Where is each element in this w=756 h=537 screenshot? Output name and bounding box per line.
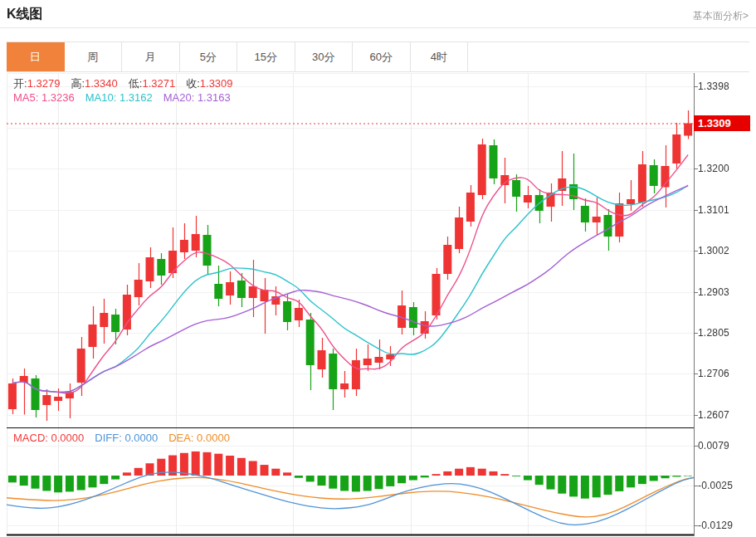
macd-legend-item: DIFF: 0.0000 xyxy=(95,432,158,444)
tab-月[interactable]: 月 xyxy=(122,42,180,71)
header-divider xyxy=(0,27,756,28)
ma-legend-item: MA5: 1.3236 xyxy=(13,91,75,104)
ohlc-legend-item: 高:1.3340 xyxy=(71,77,117,90)
main-y-axis-label: 1.2607 xyxy=(698,409,729,421)
tab-5分[interactable]: 5分 xyxy=(180,42,238,71)
ma-legend-item: MA10: 1.3162 xyxy=(85,91,153,104)
tab-日[interactable]: 日 xyxy=(7,42,65,71)
main-y-axis-label: 1.3200 xyxy=(698,163,729,174)
macd-y-axis-label: -0.0025 xyxy=(698,480,733,491)
ohlc-legend-item: 收:1.3309 xyxy=(186,77,232,90)
ohlc-legend-item: 开:1.3279 xyxy=(13,77,60,90)
macd-y-axis-label: 0.0079 xyxy=(698,440,729,452)
tab-周[interactable]: 周 xyxy=(65,42,123,71)
tab-4时[interactable]: 4时 xyxy=(411,42,469,71)
macd-legend-item: MACD: 0.0000 xyxy=(13,432,84,444)
ma-legend-item: MA20: 1.3163 xyxy=(163,91,231,104)
main-y-axis-label: 1.3398 xyxy=(698,81,729,92)
main-y-axis-label: 1.3101 xyxy=(698,204,729,216)
ohlc-legend-item: 低:1.3271 xyxy=(129,77,175,90)
kline-widget-page: { "header": {"title": "K线图", "link": "基本… xyxy=(0,0,756,537)
current-price-badge: 1.3309 xyxy=(694,115,750,131)
main-y-axis-label: 1.3002 xyxy=(698,245,729,256)
tab-30分[interactable]: 30分 xyxy=(295,42,354,71)
macd-legend: MACD: 0.0000DIFF: 0.0000DEA: 0.0000 xyxy=(13,432,241,444)
fundamental-analysis-link[interactable]: 基本面分析> xyxy=(693,9,749,23)
macd-legend-item: DEA: 0.0000 xyxy=(168,432,230,444)
page-title: K线图 xyxy=(7,6,43,23)
timeframe-tabbar: 日周月5分15分30分60分4时 xyxy=(7,41,749,72)
tab-60分[interactable]: 60分 xyxy=(353,42,411,71)
main-y-axis-label: 1.2805 xyxy=(698,327,729,339)
main-y-axis-label: 1.2706 xyxy=(698,368,729,379)
main-y-axis-label: 1.2903 xyxy=(698,286,729,298)
macd-y-axis-label: -0.0129 xyxy=(698,520,733,531)
tab-15分[interactable]: 15分 xyxy=(237,42,295,71)
ma-legend: MA5: 1.3236MA10: 1.3162MA20: 1.3163 xyxy=(13,91,241,104)
ohlc-legend: 开:1.3279高:1.3340低:1.3271收:1.3309 xyxy=(13,76,244,91)
